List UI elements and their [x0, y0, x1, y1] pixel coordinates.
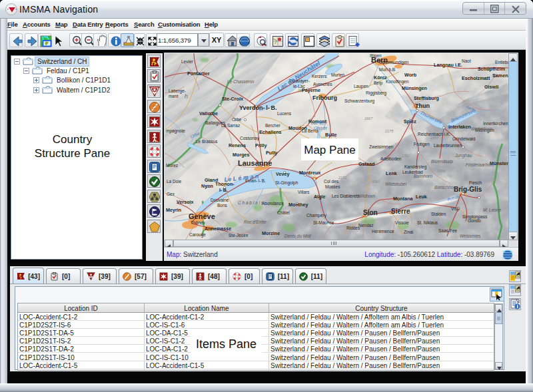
svg-text:Orbe: Orbe [232, 117, 242, 122]
svg-text:Finsteraarhorn: Finsteraarhorn [466, 162, 494, 167]
svg-text:Entlebuch: Entlebuch [495, 60, 508, 65]
svg-text:Ittigen: Ittigen [370, 53, 382, 59]
svg-text:Aigle: Aigle [314, 194, 326, 200]
svg-text:Kerzers: Kerzers [312, 74, 327, 79]
svg-text:Weissmies: Weissmies [460, 234, 481, 238]
svg-text:Blüemlisalp: Blüemlisalp [431, 159, 454, 164]
svg-text:Belp: Belp [374, 81, 382, 86]
svg-text:Kandersteg: Kandersteg [404, 164, 427, 170]
svg-text:Visp: Visp [451, 206, 460, 212]
svg-text:2997: 2997 [430, 136, 439, 140]
svg-text:La Dole: La Dole [167, 179, 182, 184]
svg-text:Wetterhorn: Wetterhorn [471, 126, 492, 131]
svg-text:Thun: Thun [415, 102, 430, 109]
svg-text:Villars: Villars [298, 190, 310, 194]
svg-text:Lenk: Lenk [386, 170, 397, 176]
svg-text:Wildhorn: Wildhorn [358, 194, 375, 198]
svg-text:Levier: Levier [181, 59, 194, 64]
svg-text:Nyon: Nyon [201, 183, 213, 189]
svg-text:2171: 2171 [338, 176, 346, 180]
svg-text:Le Brassus: Le Brassus [196, 139, 218, 144]
svg-text:Schwarzenburg: Schwarzenburg [344, 98, 375, 104]
svg-text:Lucens: Lucens [277, 111, 292, 116]
svg-text:St-Gingolph: St-Gingolph [275, 180, 298, 186]
svg-text:Steffisburg: Steffisburg [414, 95, 439, 101]
svg-text:Avenches: Avenches [313, 82, 332, 87]
svg-text:h: h [185, 93, 188, 100]
svg-text:St. Niklaus: St. Niklaus [417, 220, 438, 225]
svg-text:Lauterbrunnen: Lauterbrunnen [434, 143, 462, 148]
svg-text:Samen: Samen [492, 73, 508, 79]
svg-text:M. Leone: M. Leone [483, 208, 501, 212]
svg-text:Thônex: Thônex [191, 220, 205, 225]
svg-text:Pully: Pully [266, 150, 277, 156]
svg-text:Ostermundigen: Ostermundigen [379, 60, 409, 65]
svg-text:Konolfingen: Konolfingen [386, 79, 409, 85]
svg-text:Interlaken: Interlaken [448, 124, 471, 130]
svg-text:Gruyèr: Gruyèr [314, 126, 328, 131]
svg-text:Fiesch: Fiesch [469, 180, 482, 185]
svg-text:Sion: Sion [363, 209, 378, 216]
svg-text:Montreux: Montreux [299, 170, 320, 176]
svg-text:2362: 2362 [401, 154, 410, 158]
svg-text:Balmhorn: Balmhorn [414, 174, 432, 178]
svg-text:Yverdon- l- B.: Yverdon- l- B. [239, 104, 277, 111]
svg-text:Nendaz: Nendaz [358, 223, 373, 228]
svg-text:Col des: Col des [324, 179, 339, 184]
svg-text:Pontarlier: Pontarlier [187, 71, 210, 77]
svg-text:Adelboden: Adelboden [380, 156, 401, 161]
svg-text:Escholzmatt: Escholzmatt [462, 75, 490, 81]
svg-text:Renens: Renens [229, 142, 246, 148]
svg-text:Bietschhorn: Bietschhorn [434, 185, 458, 190]
svg-text:Morzine: Morzine [262, 230, 280, 236]
svg-text:ment: ment [169, 94, 179, 98]
svg-text:Ballaigues: Ballaigues [205, 120, 226, 126]
svg-text:Frutigen: Frutigen [414, 142, 430, 147]
svg-text:Muri b.B: Muri b.B [379, 67, 395, 72]
svg-text:Gondo: Gondo [468, 218, 481, 223]
svg-text:Morez: Morez [166, 163, 178, 168]
svg-text:Bulle: Bulle [325, 132, 337, 138]
svg-text:Le Chasseron: Le Chasseron [227, 79, 255, 84]
svg-text:Gstaad: Gstaad [358, 161, 374, 167]
svg-text:Ste-Croix: Ste-Croix [222, 96, 243, 102]
svg-text:Köniz: Köniz [374, 75, 387, 81]
svg-text:Map Pane: Map Pane [304, 144, 356, 156]
svg-text:Langnau i.E.: Langnau i.E. [434, 62, 462, 68]
svg-text:Carouge: Carouge [189, 232, 206, 238]
svg-text:Worb: Worb [404, 72, 417, 78]
svg-text:Bons: Bons [217, 203, 228, 208]
svg-text:Spiez: Spiez [404, 118, 416, 124]
svg-text:Meyrin: Meyrin [166, 207, 181, 213]
svg-text:Vissoie: Vissoie [395, 220, 409, 225]
svg-text:Zinal: Zinal [404, 230, 414, 234]
svg-text:Douvaine: Douvaine [211, 198, 229, 202]
svg-text:Genève: Genève [189, 212, 215, 220]
svg-text:3934: 3934 [437, 169, 445, 173]
svg-text:Roc d'Enfer: Roc d'Enfer [244, 220, 267, 224]
svg-text:Vallorbe: Vallorbe [199, 110, 218, 116]
svg-text:Saas-Fee: Saas-Fee [438, 228, 458, 233]
svg-text:C h a b l a i s: C h a b l a i s [238, 200, 264, 205]
svg-text:Lac de l: Lac de l [311, 120, 326, 125]
svg-text:Gex: Gex [167, 192, 175, 196]
svg-text:Montana: Montana [393, 196, 414, 202]
svg-text:Les Diablerets: Les Diablerets [332, 194, 360, 198]
svg-text:Brig-Glis: Brig-Glis [454, 186, 482, 193]
svg-text:mpagnole: mpagnole [166, 128, 185, 134]
svg-text:Schüpfheim: Schüpfheim [478, 66, 505, 72]
svg-text:Riddes: Riddes [346, 226, 360, 230]
svg-text:Echallens: Echallens [259, 129, 282, 135]
svg-text:Stalden: Stalden [431, 212, 446, 216]
svg-text:Versoix: Versoix [177, 199, 194, 205]
svg-text:Hérémence: Hérémence [372, 229, 394, 234]
svg-text:Wildstrubel: Wildstrubel [385, 182, 407, 186]
svg-text:Fribourg: Fribourg [312, 95, 337, 101]
svg-text:Mosses: Mosses [325, 184, 340, 189]
svg-text:Dents du Midi: Dents du Midi [284, 234, 311, 238]
svg-text:Sierre: Sierre [391, 208, 410, 215]
svg-text:Champéry: Champéry [306, 213, 327, 218]
svg-text:Bercher: Bercher [265, 123, 281, 128]
svg-text:Grindelwald: Grindelwald [452, 136, 476, 141]
svg-text:Châtel: Châtel [277, 210, 290, 215]
